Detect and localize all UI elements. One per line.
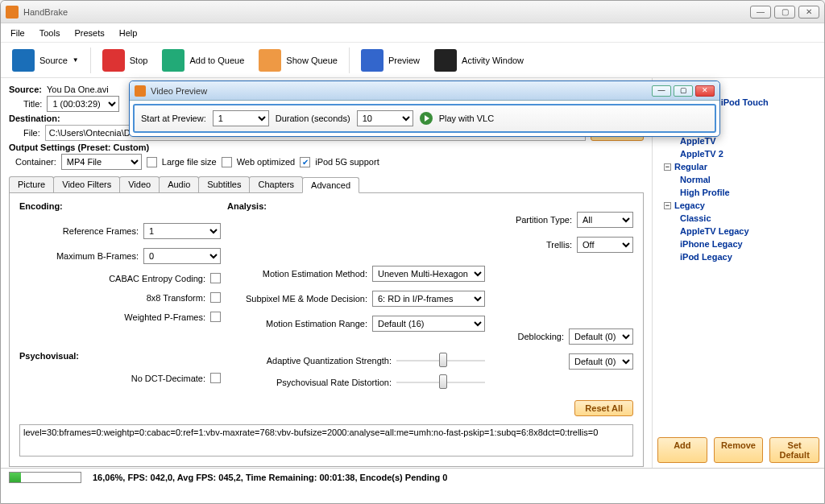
preset-cat-regular[interactable]: −Regular: [657, 160, 819, 173]
options-string[interactable]: level=30:bframes=0:weightp=0:cabac=0:ref…: [19, 424, 633, 456]
large-file-checkbox[interactable]: [147, 157, 157, 167]
wp-label: Weighted P-Frames:: [99, 312, 205, 322]
mer-label: Motion Estimation Range:: [232, 319, 367, 328]
preset-appletv-legacy[interactable]: AppleTV Legacy: [657, 225, 819, 238]
minimize-button[interactable]: —: [750, 6, 771, 19]
ptype-select[interactable]: All: [577, 212, 633, 228]
prd-slider[interactable]: [396, 376, 485, 389]
trellis-label: Trellis:: [546, 240, 572, 250]
preview-maximize-button[interactable]: ▢: [674, 85, 693, 97]
tab-chapters[interactable]: Chapters: [249, 176, 303, 192]
collapse-icon[interactable]: −: [664, 163, 671, 171]
tab-advanced[interactable]: Advanced: [302, 177, 359, 193]
activity-icon: [434, 49, 457, 72]
source-label: Source:: [9, 85, 42, 94]
menu-tools[interactable]: Tools: [39, 28, 60, 38]
add-queue-button[interactable]: Add to Queue: [159, 48, 247, 73]
max-b-label: Maximum B-Frames:: [32, 251, 139, 261]
reset-all-button[interactable]: Reset All: [574, 400, 633, 416]
preset-setdefault-button[interactable]: Set Default: [769, 437, 819, 463]
ipod5g-checkbox[interactable]: ✔: [300, 157, 310, 167]
tabs: Picture Video Filters Video Audio Subtit…: [9, 176, 644, 193]
status-text: 16,06%, FPS: 042,0, Avg FPS: 045,2, Time…: [93, 473, 447, 482]
activity-button[interactable]: Activity Window: [431, 48, 527, 73]
encoding-header: Encoding:: [19, 201, 221, 211]
show-queue-icon: [259, 49, 281, 72]
preview-close-button[interactable]: ✕: [695, 85, 715, 97]
title-select[interactable]: 1 (00:03:29): [47, 96, 119, 112]
preset-ipod-legacy[interactable]: iPod Legacy: [657, 250, 819, 263]
web-opt-label: Web optimized: [237, 157, 296, 167]
menu-presets[interactable]: Presets: [74, 28, 104, 38]
app-window: HandBrake — ▢ ✕ File Tools Presets Help …: [0, 0, 825, 504]
app-title: HandBrake: [23, 7, 750, 17]
tab-video[interactable]: Video: [119, 176, 160, 192]
stop-button[interactable]: Stop: [99, 48, 151, 73]
statusbar: 16,06%, FPS: 042,0, Avg FPS: 045,2, Time…: [1, 468, 824, 485]
ref-frames-label: Reference Frames:: [32, 226, 139, 236]
preset-classic[interactable]: Classic: [657, 212, 819, 225]
container-select[interactable]: MP4 File: [61, 154, 142, 170]
no-dct-label: No DCT-Decimate:: [99, 374, 205, 383]
preset-highprofile[interactable]: High Profile: [657, 186, 819, 199]
tab-subtitles[interactable]: Subtitles: [198, 176, 250, 192]
preview-icon: [361, 49, 383, 72]
preset-cat-legacy[interactable]: −Legacy: [657, 199, 819, 212]
output-header: Output Settings (Preset: Custom): [9, 143, 149, 152]
t8x8-checkbox[interactable]: [210, 292, 221, 303]
preset-remove-button[interactable]: Remove: [714, 437, 764, 463]
play-icon[interactable]: [420, 112, 433, 125]
web-opt-checkbox[interactable]: [222, 157, 232, 167]
cabac-checkbox[interactable]: [210, 273, 221, 283]
tab-audio[interactable]: Audio: [159, 176, 199, 192]
mem-select[interactable]: Uneven Multi-Hexagon: [372, 266, 485, 282]
preview-button[interactable]: Preview: [358, 48, 423, 73]
subpix-select[interactable]: 6: RD in I/P-frames: [372, 291, 485, 307]
file-label: File:: [23, 128, 40, 138]
mer-select[interactable]: Default (16): [372, 316, 485, 332]
menu-help[interactable]: Help: [119, 28, 138, 38]
tab-video-filters[interactable]: Video Filters: [53, 176, 120, 192]
max-b-select[interactable]: 0: [143, 248, 221, 264]
start-preview-select[interactable]: 1: [213, 110, 269, 126]
deblock2-select[interactable]: Default (0): [569, 353, 633, 370]
wp-checkbox[interactable]: [210, 312, 221, 322]
show-queue-button[interactable]: Show Queue: [255, 48, 341, 73]
maximize-button[interactable]: ▢: [774, 6, 795, 19]
preset-iphone-legacy[interactable]: iPhone Legacy: [657, 238, 819, 250]
preset-appletv2[interactable]: AppleTV 2: [657, 147, 819, 160]
preset-add-button[interactable]: Add: [657, 437, 707, 463]
trellis-select[interactable]: Off: [577, 237, 633, 253]
source-button[interactable]: Source ▼: [9, 48, 82, 73]
duration-select[interactable]: 10: [357, 110, 413, 126]
play-vlc-link[interactable]: Play with VLC: [439, 114, 494, 123]
t8x8-label: 8x8 Transform:: [99, 293, 205, 303]
source-value: You Da One.avi: [47, 85, 109, 94]
progress-bar: [9, 472, 81, 483]
menubar: File Tools Presets Help: [1, 23, 824, 43]
deblock1-select[interactable]: Default (0): [569, 328, 633, 345]
preview-titlebar[interactable]: Video Preview — ▢ ✕: [130, 81, 719, 101]
ipod5g-label: iPod 5G support: [315, 157, 379, 167]
preview-minimize-button[interactable]: —: [652, 85, 671, 97]
preset-normal[interactable]: Normal: [657, 173, 819, 186]
deblock-label: Deblocking:: [518, 332, 564, 341]
toolbar: Source ▼ Stop Add to Queue Show Queue Pr…: [1, 43, 824, 78]
ptype-label: Partition Type:: [516, 215, 572, 225]
psych-header: Psychovisual:: [19, 351, 221, 361]
collapse-icon[interactable]: −: [664, 202, 671, 209]
subpix-label: Subpixel ME & Mode Decision:: [232, 294, 367, 304]
title-label: Title:: [23, 99, 42, 109]
analysis-header: Analysis:: [227, 201, 485, 211]
mem-label: Motion Estimation Method:: [232, 269, 367, 279]
preview-title: Video Preview: [151, 86, 652, 96]
close-button[interactable]: ✕: [798, 6, 819, 19]
film-icon: [12, 49, 35, 72]
app-icon: [6, 6, 19, 19]
duration-label: Duration (seconds): [276, 114, 350, 123]
aqs-slider[interactable]: [396, 354, 485, 367]
tab-picture[interactable]: Picture: [9, 176, 54, 192]
menu-file[interactable]: File: [10, 28, 25, 38]
no-dct-checkbox[interactable]: [210, 373, 221, 383]
ref-frames-select[interactable]: 1: [143, 223, 221, 239]
